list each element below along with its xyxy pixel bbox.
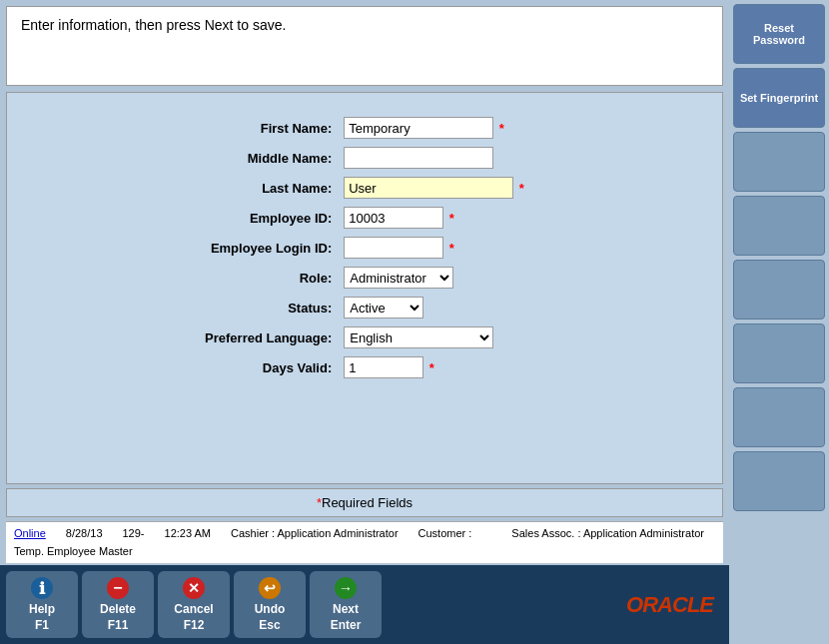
first-name-input[interactable] (344, 117, 493, 139)
status-date: 8/28/13 (66, 526, 103, 541)
side-btn-4[interactable] (733, 196, 825, 256)
status-cell: Active Inactive (338, 293, 530, 322)
cancel-label: Cancel (174, 602, 213, 616)
required-note-bar: *Required Fields (6, 488, 723, 517)
employee-id-required: * (447, 211, 454, 226)
cashier-value: Application Administrator (278, 527, 399, 539)
side-btn-6[interactable] (733, 323, 825, 383)
customer-label: Customer : (418, 527, 472, 539)
employee-login-id-input[interactable] (344, 237, 443, 259)
days-valid-cell: * (338, 352, 530, 382)
set-fingerprint-button[interactable]: Set Fingerprint (733, 68, 825, 128)
role-cell: Administrator Cashier Manager (338, 263, 530, 293)
cancel-key: F12 (184, 618, 205, 632)
help-label: Help (29, 602, 55, 616)
status-label: Status: (199, 293, 338, 322)
role-label: Role: (199, 263, 338, 293)
employee-id-cell: * (338, 203, 530, 233)
middle-name-input[interactable] (344, 147, 493, 169)
undo-key: Esc (259, 618, 280, 632)
status-select[interactable]: Active Inactive (344, 297, 423, 319)
form-table: First Name: * Middle Name: Last Name (199, 113, 530, 382)
cashier-info: Cashier : Application Administrator (231, 526, 399, 541)
undo-icon: ↩ (259, 577, 281, 599)
delete-label: Delete (100, 602, 136, 616)
customer-info: Customer : (418, 526, 472, 541)
next-button[interactable]: → Next Enter (310, 571, 382, 638)
last-name-required: * (517, 181, 524, 196)
employee-login-id-cell: * (338, 233, 530, 263)
form-area: First Name: * Middle Name: Last Name (6, 92, 723, 484)
info-box: Enter information, then press Next to sa… (6, 6, 723, 86)
next-icon: → (335, 577, 357, 599)
right-panel: Reset Password Set Fingerprint (729, 0, 829, 644)
sales-assoc-value: Application Administrator (583, 527, 704, 539)
required-note-text: Required Fields (322, 495, 413, 510)
days-valid-label: Days Valid: (199, 352, 338, 382)
first-name-label: First Name: (199, 113, 338, 143)
status-bar: Online 8/28/13 129- 12:23 AM Cashier : A… (6, 521, 723, 563)
language-select[interactable]: English Spanish French (344, 326, 493, 348)
middle-name-cell (338, 143, 530, 173)
employee-login-id-label: Employee Login ID: (199, 233, 338, 263)
undo-button[interactable]: ↩ Undo Esc (234, 571, 306, 638)
preferred-language-cell: English Spanish French (338, 322, 530, 352)
role-select[interactable]: Administrator Cashier Manager (344, 267, 453, 289)
online-link[interactable]: Online (14, 526, 46, 541)
delete-button[interactable]: − Delete F11 (82, 571, 154, 638)
temp-emp-text: Temp. Employee Master (14, 544, 133, 559)
first-name-required: * (497, 121, 504, 136)
employee-login-required: * (447, 241, 454, 256)
cashier-label: Cashier : (231, 527, 275, 539)
oracle-logo: ORACLE (616, 592, 723, 618)
cancel-button[interactable]: ✕ Cancel F12 (158, 571, 230, 638)
left-panel: Enter information, then press Next to sa… (0, 0, 729, 644)
days-valid-input[interactable] (344, 356, 423, 378)
days-valid-required: * (427, 360, 434, 375)
side-btn-8[interactable] (733, 451, 825, 511)
sales-assoc-label: Sales Assoc. : (511, 527, 580, 539)
last-name-input[interactable] (344, 177, 513, 199)
toolbar: ℹ Help F1 − Delete F11 ✕ Cancel F12 ↩ Un… (0, 565, 729, 644)
help-button[interactable]: ℹ Help F1 (6, 571, 78, 638)
undo-label: Undo (255, 602, 286, 616)
side-btn-7[interactable] (733, 387, 825, 447)
side-btn-3[interactable] (733, 132, 825, 192)
cancel-icon: ✕ (183, 577, 205, 599)
help-icon: ℹ (31, 577, 53, 599)
employee-id-input[interactable] (344, 207, 443, 229)
preferred-language-label: Preferred Language: (199, 322, 338, 352)
help-key: F1 (35, 618, 49, 632)
toolbar-buttons: ℹ Help F1 − Delete F11 ✕ Cancel F12 ↩ Un… (6, 571, 382, 638)
employee-id-label: Employee ID: (199, 203, 338, 233)
reset-password-button[interactable]: Reset Password (733, 4, 825, 64)
status-id: 129- (123, 526, 145, 541)
status-time: 12:23 AM (165, 526, 211, 541)
side-btn-5[interactable] (733, 260, 825, 320)
last-name-label: Last Name: (199, 173, 338, 203)
delete-icon: − (107, 577, 129, 599)
sales-assoc-info: Sales Assoc. : Application Administrator (511, 526, 704, 541)
last-name-cell: * (338, 173, 530, 203)
first-name-cell: * (338, 113, 530, 143)
delete-key: F11 (108, 618, 129, 632)
next-key: Enter (331, 618, 362, 632)
middle-name-label: Middle Name: (199, 143, 338, 173)
info-message: Enter information, then press Next to sa… (21, 17, 286, 33)
next-label: Next (333, 602, 359, 616)
main-layout: Enter information, then press Next to sa… (0, 0, 829, 644)
